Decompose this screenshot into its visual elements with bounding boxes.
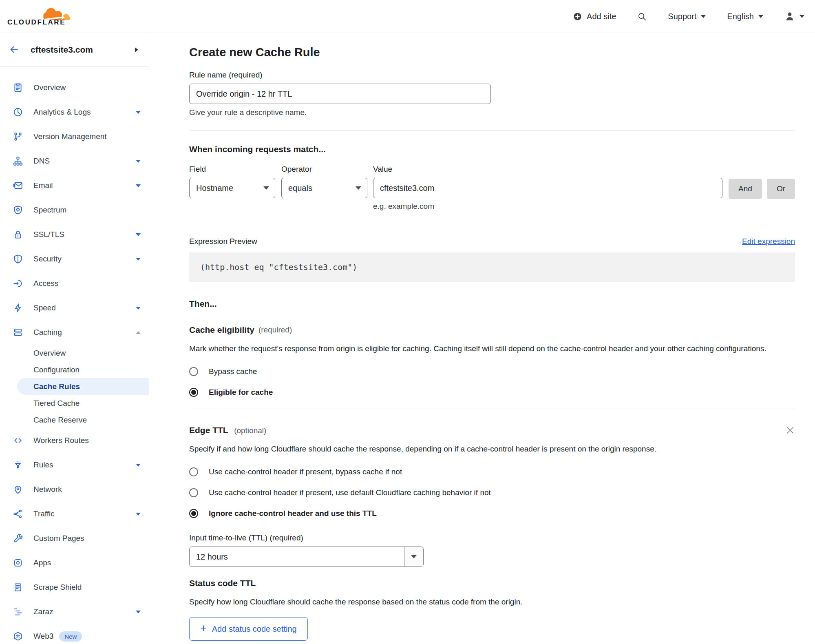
- search-icon[interactable]: [637, 12, 647, 21]
- select-arrow-icon: [263, 186, 269, 190]
- logo-text: CLOUDFLARE: [7, 18, 66, 27]
- operator-select[interactable]: equals: [281, 178, 367, 198]
- sidebar-item-analytics-logs[interactable]: Analytics & Logs: [0, 100, 149, 124]
- sidebar-item-security[interactable]: Security: [0, 247, 149, 271]
- edit-expression-link[interactable]: Edit expression: [742, 237, 795, 246]
- speed-icon: [12, 302, 24, 314]
- chevron-down-icon: [800, 15, 804, 18]
- cache-eligibility-header: Cache eligibility (required): [189, 325, 795, 335]
- sidebar-item-web3[interactable]: Web3New: [0, 624, 149, 644]
- header-actions: Add site Support English: [573, 11, 804, 22]
- support-label: Support: [668, 12, 696, 21]
- or-button[interactable]: Or: [767, 179, 795, 199]
- sidebar-item-scrape-shield[interactable]: Scrape Shield: [0, 575, 149, 600]
- sidebar-subitem-tiered-cache[interactable]: Tiered Cache: [0, 395, 149, 412]
- radio-unselected-icon[interactable]: [189, 467, 198, 476]
- sidebar-item-label: Spectrum: [33, 206, 141, 215]
- radio-label: Bypass cache: [209, 367, 257, 376]
- chevron-down-icon: [136, 307, 141, 310]
- operator-label: Operator: [281, 165, 367, 174]
- radio-option[interactable]: Use cache-control header if present, byp…: [189, 467, 795, 476]
- zaraz-icon: [12, 606, 24, 617]
- language-menu[interactable]: English: [727, 12, 763, 21]
- site-switcher[interactable]: cftestsite3.com: [0, 33, 149, 66]
- radio-option[interactable]: Ignore cache-control header and use this…: [189, 509, 795, 518]
- account-menu[interactable]: [784, 11, 804, 22]
- sidebar-item-caching[interactable]: Caching: [0, 320, 149, 345]
- chevron-down-icon: [136, 184, 141, 187]
- sidebar-item-label: Custom Pages: [33, 534, 141, 543]
- sidebar-item-label: SSL/TLS: [33, 230, 136, 239]
- new-badge: New: [59, 631, 82, 642]
- sidebar-item-ssl-tls[interactable]: SSL/TLS: [0, 222, 149, 247]
- sidebar-item-workers-routes[interactable]: Workers Routes: [0, 428, 149, 453]
- radio-unselected-icon[interactable]: [189, 367, 198, 376]
- sidebar-item-rules[interactable]: Rules: [0, 453, 149, 477]
- ttl-label: Input time-to-live (TTL) (required): [189, 533, 795, 542]
- sidebar-subitem-caching-configuration[interactable]: Configuration: [0, 361, 149, 378]
- support-menu[interactable]: Support: [668, 12, 706, 21]
- version-icon: [12, 131, 24, 142]
- add-site-button[interactable]: Add site: [573, 12, 616, 21]
- sidebar-item-network[interactable]: Network: [0, 477, 149, 502]
- sidebar-item-label: Security: [33, 255, 136, 263]
- radio-option[interactable]: Bypass cache: [189, 367, 795, 376]
- sidebar-item-spectrum[interactable]: Spectrum: [0, 198, 149, 222]
- value-hint: e.g. example.com: [373, 202, 722, 211]
- sidebar-item-custom-pages[interactable]: Custom Pages: [0, 526, 149, 551]
- add-status-code-button[interactable]: + Add status code setting: [189, 617, 308, 641]
- sidebar-item-traffic[interactable]: Traffic: [0, 502, 149, 526]
- sidebar-item-email[interactable]: Email: [0, 173, 149, 198]
- workers-icon: [12, 435, 24, 446]
- field-select[interactable]: Hostname: [189, 178, 275, 198]
- sidebar-item-access[interactable]: Access: [0, 271, 149, 296]
- chevron-down-icon: [136, 513, 141, 516]
- radio-label: Use cache-control header if present, byp…: [209, 467, 402, 476]
- plus-circle-icon: [573, 12, 582, 21]
- section-divider: [189, 130, 795, 131]
- main-content: Create new Cache Rule Rule name (require…: [149, 33, 815, 644]
- site-name: cftestsite3.com: [31, 45, 135, 55]
- cache-eligibility-description: Mark whether the request's response from…: [189, 342, 795, 355]
- rule-name-input[interactable]: [189, 84, 491, 104]
- sidebar-item-label: Apps: [33, 558, 141, 567]
- radio-unselected-icon[interactable]: [189, 488, 198, 497]
- sidebar-subitem-caching-overview[interactable]: Overview: [0, 345, 149, 361]
- forward-chevron-icon[interactable]: [135, 47, 138, 52]
- sidebar-item-dns[interactable]: DNS: [0, 149, 149, 173]
- sidebar-item-speed[interactable]: Speed: [0, 296, 149, 320]
- sidebar-subitem-label: Cache Rules: [33, 382, 80, 391]
- caching-icon: [12, 327, 24, 338]
- ttl-select-arrow[interactable]: [404, 547, 423, 567]
- sidebar-item-apps[interactable]: Apps: [0, 551, 149, 575]
- value-label: Value: [373, 165, 722, 174]
- chevron-down-icon: [136, 233, 141, 236]
- cache-eligibility-heading: Cache eligibility: [189, 325, 254, 335]
- radio-option[interactable]: Eligible for cache: [189, 388, 795, 397]
- rule-name-help: Give your rule a descriptive name.: [189, 108, 795, 117]
- expression-preview-label: Expression Preview: [189, 237, 257, 246]
- and-button[interactable]: And: [729, 179, 762, 199]
- sidebar-subitem-label: Overview: [33, 349, 66, 358]
- ttl-select[interactable]: 12 hours: [189, 547, 424, 567]
- radio-selected-icon[interactable]: [189, 388, 198, 397]
- sidebar-item-zaraz[interactable]: Zaraz: [0, 600, 149, 624]
- chevron-down-icon: [136, 111, 141, 114]
- sidebar-subitem-cache-rules[interactable]: Cache Rules: [17, 378, 149, 395]
- expression-code-text: (http.host eq "cftestsite3.com"): [200, 262, 357, 272]
- sidebar-item-overview[interactable]: Overview: [0, 75, 149, 100]
- back-arrow-icon[interactable]: [9, 44, 19, 55]
- close-icon[interactable]: [785, 425, 795, 435]
- value-input[interactable]: [373, 178, 722, 198]
- cache-eligibility-options: Bypass cacheEligible for cache: [189, 367, 795, 397]
- radio-selected-icon[interactable]: [189, 509, 198, 518]
- expression-code: (http.host eq "cftestsite3.com"): [189, 252, 795, 282]
- edge-ttl-heading: Edge TTL: [189, 425, 228, 435]
- sidebar-subitem-cache-reserve[interactable]: Cache Reserve: [0, 412, 149, 428]
- cloudflare-logo[interactable]: CLOUDFLARE: [7, 4, 77, 29]
- radio-option[interactable]: Use cache-control header if present, use…: [189, 488, 795, 497]
- page-title: Create new Cache Rule: [189, 45, 795, 59]
- ttl-select-value: 12 hours: [190, 547, 404, 567]
- sidebar-item-version-management[interactable]: Version Management: [0, 124, 149, 149]
- chevron-down-icon: [136, 611, 141, 613]
